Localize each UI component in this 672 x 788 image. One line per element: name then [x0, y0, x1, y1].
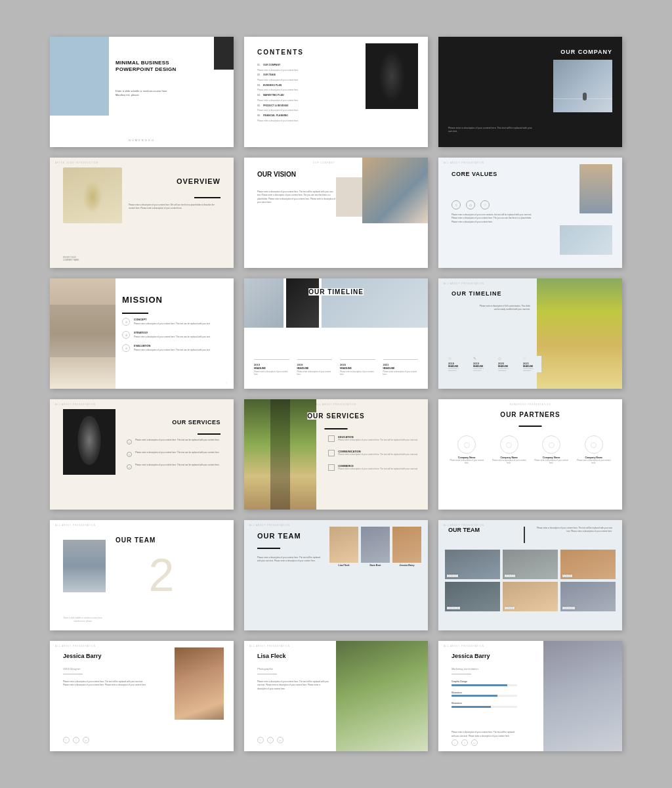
headline: HEADLINE: [297, 367, 333, 370]
value-icon-1: ☆: [452, 200, 461, 209]
instagram-icon: in: [471, 739, 478, 746]
slide-label: All About Presentation: [249, 524, 290, 527]
member-name: Kalyn Doyd: [447, 575, 458, 577]
vision-main-photo: [362, 158, 428, 223]
concept-text: ConceptPlease enter a description of you…: [134, 318, 211, 325]
team-member: Dave Best: [361, 527, 390, 567]
partners-grid: ◯ Company Name Please enter a descriptio…: [448, 435, 612, 464]
headline: HEADLINE: [340, 367, 375, 370]
mission-items: ⊙ ConceptPlease enter a description of y…: [122, 318, 211, 357]
slide-label: All About Presentation: [316, 403, 356, 406]
slide-lisa-fleck: All About Presentation Lisa Fleck Photog…: [244, 641, 428, 751]
tl-desc: Please enter a description of your conte…: [340, 370, 375, 376]
blue-accent-block: [50, 37, 109, 116]
title-bar: [524, 527, 525, 543]
person-photo: [336, 641, 428, 751]
role-underline: [63, 674, 83, 674]
person-desc: Please enter a description of your conte…: [63, 680, 148, 688]
service-item: COMMUNICATION Please enter a description…: [328, 450, 418, 456]
slide-title-text: MINIMAL BUSINESS POWERPOINT DESIGN: [116, 60, 177, 74]
slide-our-team-section: All About Presentation OUR TEAM 2 Enter …: [50, 520, 234, 630]
partner-item: ◯ Company Nome Please enter a descriptio…: [576, 435, 613, 464]
person-name: Jessica Barry: [63, 653, 102, 659]
social-icons: t f in: [452, 739, 478, 746]
figure-icon: [583, 93, 587, 100]
tree-overlay: [270, 399, 290, 510]
skill-name: Graphic Design: [452, 680, 517, 683]
vision-small-photo: [336, 177, 362, 217]
team-title: OUR TEAM: [116, 536, 156, 544]
timeline-item: ♡ 2021 HEADLINE Please enter a descripti…: [523, 356, 541, 373]
slide-our-services-2: All About Presentation OUR SERVICES EDUC…: [244, 399, 428, 510]
field-photo: [537, 278, 622, 389]
timeline-bars: ☆ 2018 HEADLINE Please enter a descripti…: [448, 356, 541, 373]
service-text: Please enter a description of your conte…: [135, 451, 220, 454]
door-photo: [362, 158, 428, 223]
skill-bar: [452, 706, 517, 708]
team-photos-row: Lisa Fleck Dave Best Jessica Barry: [329, 527, 421, 567]
slide-our-timeline-2: All About Presentation OUR TIMELINE Plea…: [438, 278, 622, 389]
team-member-photo: Lisa Fleck: [503, 582, 558, 611]
slide-our-team-photos: All About Presentation OUR TEAM Lisa Fle…: [244, 520, 428, 630]
timeline-title: OUR TIMELINE: [452, 290, 502, 297]
service-desc: Please enter a description of your conte…: [338, 439, 418, 442]
person-photo: [543, 641, 622, 751]
tl-desc: Please enter a description.: [448, 368, 467, 373]
service-icon: ○: [127, 439, 132, 445]
timeline-photo-a: [244, 278, 284, 328]
team-member: Jessica Barry: [392, 527, 421, 567]
timeline-line: [297, 359, 333, 360]
slide-our-services-1: All About Presentation OUR SERVICES ○ Pl…: [50, 399, 234, 510]
evaluation-icon: ⊙: [122, 344, 130, 352]
slide-title: MINIMAL BUSINESS POWERPOINT DESIGN Enter…: [50, 37, 234, 147]
core-values-title: CORE VALUES: [452, 171, 497, 177]
skill-row: Graphic Design: [452, 680, 517, 686]
dancer-photo: [366, 43, 418, 109]
person-name: Jessica Barry: [452, 653, 490, 659]
team-member-photo: Kalyn Doyd: [445, 550, 500, 579]
member-name: Lisa Fleck: [329, 564, 358, 567]
social-icons: t f in: [257, 737, 284, 743]
timeline-title: OUR TIMELINE: [308, 288, 364, 296]
section-number: 2: [149, 552, 175, 598]
skill-fill: [452, 695, 497, 697]
slide-our-vision: Our Company Presentation OUR VISION Plea…: [244, 158, 428, 268]
contents-list: 01.OUR COMPANYPlease enter a description…: [257, 63, 299, 123]
value-icon-2: ◇: [466, 200, 475, 209]
skill-name: Illustration: [452, 691, 517, 694]
twitter-icon: t: [452, 739, 458, 746]
company-photo: [553, 60, 612, 112]
service-content: EDUCATION Please enter a description of …: [338, 435, 418, 442]
logo-text: NUMEROGO: [129, 139, 155, 142]
facebook-icon: f: [461, 739, 468, 746]
slide-contents: CONTENTS 01.OUR COMPANYPlease enter a de…: [244, 37, 428, 147]
member-photo: [329, 527, 358, 563]
partner-item: ◯ Company Name Please enter a descriptio…: [491, 435, 528, 464]
title-underline: [325, 428, 348, 429]
slide-label: All About Presentation: [55, 645, 96, 647]
skill-row: Illustration: [452, 691, 517, 697]
slide-jessica-barry: All About Presentation Jessica Barry UI/…: [50, 641, 234, 751]
service-icon: ○: [127, 452, 132, 457]
service-item: ○ Please enter a description of your con…: [127, 451, 220, 457]
timeline-photos: [244, 278, 428, 328]
slide-label: After long Introduction: [55, 162, 98, 164]
instagram-icon: in: [83, 737, 89, 743]
headline: HEADLINE: [254, 367, 289, 370]
value-icon-3: ♡: [480, 200, 490, 209]
skills-section: Graphic Design Illustration Illustration: [452, 680, 517, 713]
slide-our-company: OUR COMPANY Please enter a description o…: [438, 37, 622, 147]
partner-desc: Please enter a description of your conte…: [533, 459, 570, 464]
facebook-icon: f: [267, 737, 274, 743]
dancer-photo: [63, 409, 116, 475]
tl-icon: ✎: [473, 356, 492, 361]
tl-desc: Please enter a description.: [523, 368, 541, 373]
team-member-photo: Dave Baker: [503, 550, 558, 579]
page-number: 7: [226, 382, 227, 385]
list-item: 01.OUR COMPANYPlease enter a description…: [257, 63, 299, 73]
column-photo: [579, 164, 612, 213]
person-name: Lisa Fleck: [257, 653, 286, 659]
member-photo: [361, 527, 390, 563]
skill-fill: [452, 706, 491, 708]
water-photo: [560, 225, 612, 255]
